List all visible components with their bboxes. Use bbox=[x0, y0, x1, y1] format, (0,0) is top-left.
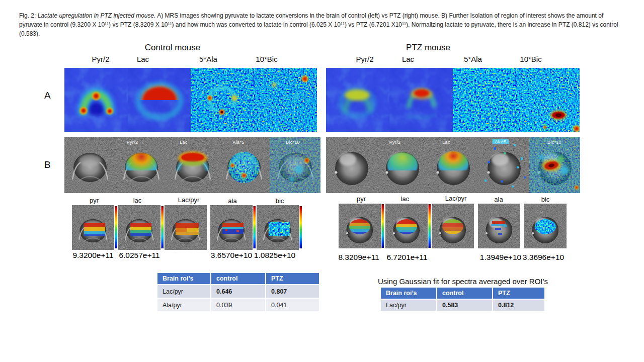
panel-a-control-ala bbox=[191, 68, 254, 132]
roi-tile-label: bic bbox=[541, 196, 550, 203]
roi-tile-value: 9.3200e+11 bbox=[72, 251, 113, 260]
table-cell: Ala/pyr bbox=[157, 299, 210, 311]
panel-a-ptz-bic bbox=[516, 68, 580, 132]
roi-tiles-control-image bbox=[72, 205, 302, 250]
roi-tile-value: 6.0257e+11 bbox=[119, 251, 159, 260]
figure-caption: Fig. 2: Lactate upregulation in PTZ inje… bbox=[19, 11, 628, 38]
tile-ptz-ala bbox=[478, 204, 520, 248]
roi-tile-value: 3.3696e+10 bbox=[523, 253, 564, 262]
tile-control-pyr bbox=[72, 205, 114, 250]
roi-tile-label: Lac/pyr bbox=[445, 195, 467, 202]
mrs-col-label: 5*Ala bbox=[464, 55, 482, 63]
figure-page: Fig. 2: Lactate upregulation in PTZ inje… bbox=[0, 0, 644, 362]
panel-a-control-lac bbox=[128, 68, 191, 132]
panel-a-ptz-ala bbox=[453, 68, 516, 132]
tile-control-lac bbox=[118, 205, 160, 250]
mrs-col-label: 10*Bic bbox=[256, 55, 277, 63]
mrs-maps-ptz-image bbox=[326, 68, 580, 132]
panel-b-control-bic10 bbox=[270, 137, 320, 193]
tile-control-lacpyr bbox=[165, 205, 207, 250]
mrs-col-label: 10*Bic bbox=[520, 55, 541, 63]
panel-a-ptz-pyr2 bbox=[326, 68, 389, 132]
table-header-cell: Brain roi’s bbox=[157, 273, 210, 284]
roi-tile-value: 1.3949e+10 bbox=[480, 253, 521, 262]
mrs-col-label: Pyr/2 bbox=[356, 55, 373, 63]
section-b-label: B bbox=[44, 159, 51, 170]
tile-ptz-lac bbox=[385, 204, 428, 248]
jet-colorbar bbox=[254, 206, 256, 248]
roi-tile-label: pyr bbox=[357, 195, 366, 203]
tile-ptz-pyr bbox=[339, 204, 381, 248]
roi-tile-value: 6.7201e+11 bbox=[386, 253, 427, 262]
panel-b-ptz-bic10 bbox=[529, 137, 580, 193]
overlay-row-control-image bbox=[64, 137, 320, 193]
control-group-title: Control mouse bbox=[145, 43, 201, 53]
table-cell: Lac/pyr bbox=[157, 285, 210, 298]
panel-b-ptz-anatomy bbox=[335, 152, 369, 185]
caption-italic-title: Lactate upregulation in PTZ injected mou… bbox=[38, 12, 156, 19]
overlay-label: Lac bbox=[180, 140, 187, 145]
table-header-cell: PTZ bbox=[266, 273, 319, 284]
table-header-cell: PTZ bbox=[493, 288, 544, 299]
table-header-cell: control bbox=[211, 273, 265, 284]
mrs-col-label: Lac bbox=[402, 55, 414, 63]
table-cell: 0.583 bbox=[437, 300, 492, 311]
mrs-maps-control-image bbox=[64, 68, 317, 132]
caption-prefix: Fig. 2: bbox=[19, 12, 38, 19]
tile-ptz-bic bbox=[524, 204, 567, 248]
roi-tile-label: lac bbox=[133, 197, 142, 204]
jet-colorbar bbox=[300, 206, 302, 248]
mrs-col-label: Pyr/2 bbox=[92, 55, 109, 63]
section-a-label: A bbox=[44, 90, 51, 101]
overlay-label: Ala*5 bbox=[232, 140, 244, 145]
jet-colorbar bbox=[429, 204, 431, 248]
table-cell: 0.039 bbox=[211, 299, 265, 311]
roi-tile-value: 8.3209e+11 bbox=[338, 253, 379, 262]
roi-tile-value: 1.0825e+10 bbox=[254, 251, 295, 260]
panel-b-ptz-lac bbox=[437, 151, 470, 185]
overlay-label: Pyr/2 bbox=[389, 140, 401, 145]
panel-a-control-bic bbox=[254, 68, 317, 132]
table-header-cell: control bbox=[437, 288, 492, 299]
table-cell: 0.041 bbox=[266, 299, 319, 311]
roi-tile-label: bic bbox=[276, 197, 284, 205]
roi-tile-label: ala bbox=[494, 196, 503, 203]
jet-colorbar bbox=[115, 206, 118, 248]
gaussian-table-title: Using Gaussian fit for spectra averaged … bbox=[378, 277, 548, 286]
mrs-col-label: 5*Ala bbox=[199, 55, 217, 63]
overlay-label: Bic*10 bbox=[547, 140, 561, 145]
jet-colorbar bbox=[382, 204, 384, 248]
roi-tile-label: Lac/pyr bbox=[178, 196, 200, 204]
roi-tile-value: 3.6570e+10 bbox=[211, 251, 252, 260]
table-cell: 0.812 bbox=[493, 300, 544, 311]
overlay-label: Pyr/2 bbox=[127, 140, 138, 145]
mrs-col-label: Lac bbox=[137, 55, 149, 63]
roi-tile-label: ala bbox=[228, 197, 236, 205]
ptz-group-title: PTZ mouse bbox=[406, 43, 450, 53]
roi-tiles-ptz-image bbox=[339, 204, 567, 248]
roi-tile-label: lac bbox=[401, 195, 410, 203]
table-cell: 0.646 bbox=[211, 285, 265, 298]
table-header-cell: Brain roi’s bbox=[381, 288, 436, 299]
panel-b-ptz-pyr2 bbox=[386, 152, 420, 185]
overlay-label-highlighted: Ala*5 bbox=[492, 139, 509, 144]
table-cell: Lac/pyr bbox=[381, 300, 436, 311]
overlay-row-ptz-image bbox=[326, 137, 580, 193]
tile-control-ala bbox=[210, 205, 253, 250]
roi-ratio-table: Brain roi’s control PTZ Lac/pyr 0.646 0.… bbox=[157, 273, 319, 311]
tile-control-bic bbox=[257, 205, 299, 250]
overlay-label: Bic*10 bbox=[286, 140, 300, 145]
gaussian-fit-table: Brain roi’s control PTZ Lac/pyr 0.583 0.… bbox=[381, 288, 544, 311]
panel-a-ptz-lac bbox=[389, 68, 453, 132]
table-cell: 0.807 bbox=[266, 285, 319, 298]
tile-ptz-lacpyr bbox=[432, 204, 474, 248]
overlay-label: Lac bbox=[442, 140, 450, 145]
roi-tile-label: pyr bbox=[90, 197, 99, 204]
panel-a-control-pyr2 bbox=[64, 68, 128, 132]
jet-colorbar bbox=[162, 206, 164, 248]
